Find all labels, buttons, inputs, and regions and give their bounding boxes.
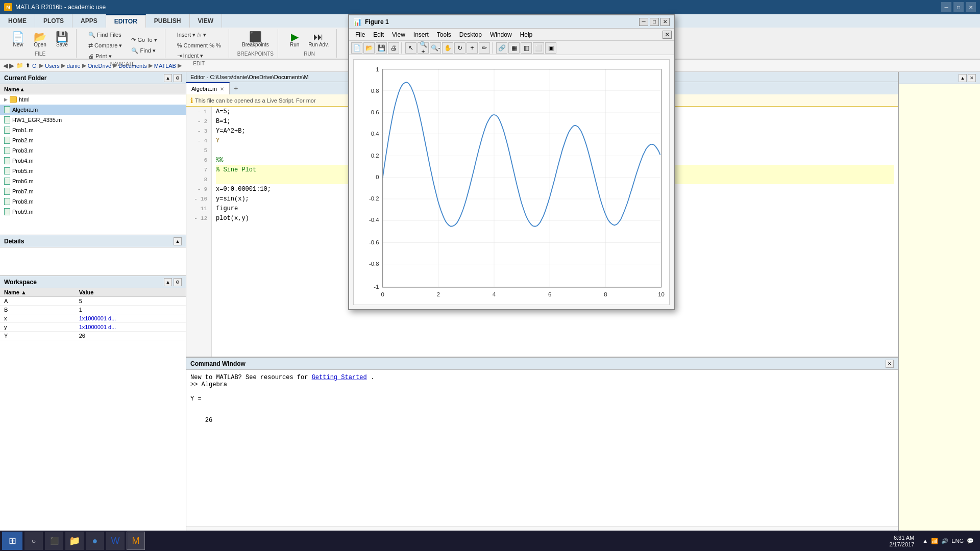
find-button[interactable]: 🔍 Find ▾: [128, 46, 160, 56]
fig-tool-rotate[interactable]: ↻: [454, 42, 465, 54]
fig-tool-print[interactable]: 🖨: [388, 42, 399, 54]
workspace-settings-btn[interactable]: ⚙: [174, 278, 182, 286]
fig-tool-tile[interactable]: ⬜: [533, 42, 544, 54]
tray-notification[interactable]: 💬: [967, 538, 974, 544]
fig-tool-datacursor[interactable]: +: [467, 42, 478, 54]
insert-button[interactable]: Insert ▾ fx ▾: [174, 30, 225, 40]
folder-item-prob1[interactable]: Prob1.m: [0, 125, 186, 135]
taskbar-chrome[interactable]: ●: [86, 532, 104, 550]
fig-menu-window[interactable]: Window: [486, 29, 516, 40]
add-tab-button[interactable]: +: [230, 82, 242, 94]
task-view-button[interactable]: ⬛: [45, 532, 63, 550]
tab-plots[interactable]: PLOTS: [35, 14, 72, 28]
folder-settings-btn[interactable]: ⚙: [174, 74, 182, 82]
editor-tab-algebra[interactable]: Algebra.m ✕: [186, 82, 230, 94]
tab-view[interactable]: VIEW: [190, 14, 223, 28]
path-documents[interactable]: Documents: [118, 63, 147, 69]
tab-apps[interactable]: APPS: [72, 14, 106, 28]
taskbar-matlab[interactable]: M: [127, 532, 145, 550]
figure-maximize[interactable]: □: [650, 18, 659, 26]
save-button[interactable]: 💾 Save: [52, 30, 72, 49]
indent-button[interactable]: ⇥ Indent ▾: [174, 51, 225, 61]
minimize-button[interactable]: ─: [941, 2, 951, 12]
comment-button[interactable]: % Comment % %: [174, 41, 225, 50]
fig-tool-grid[interactable]: ▣: [545, 42, 556, 54]
folder-item-prob7[interactable]: Prob7.m: [0, 186, 186, 196]
fig-menu-insert[interactable]: Insert: [409, 29, 433, 40]
folder-item-prob9[interactable]: Prob9.m: [0, 207, 186, 217]
right-panel-close[interactable]: ✕: [968, 74, 976, 82]
taskbar-file-explorer[interactable]: 📁: [65, 532, 84, 550]
folder-expand-btn[interactable]: ▲: [164, 74, 172, 82]
taskbar-word[interactable]: W: [106, 532, 125, 550]
fig-tool-colorbar[interactable]: ▥: [521, 42, 532, 54]
folder-item-html[interactable]: ▶ html: [0, 94, 186, 105]
fig-menu-close-btn[interactable]: ✕: [663, 31, 672, 39]
figure-minimize[interactable]: ─: [639, 18, 648, 26]
table-row[interactable]: B 1: [0, 306, 186, 314]
open-button[interactable]: 📂 Open: [30, 30, 50, 49]
fig-tool-link[interactable]: 🔗: [496, 42, 507, 54]
find-files-button[interactable]: 🔍 Find Files: [85, 30, 126, 40]
folder-item-prob2[interactable]: Prob2.m: [0, 135, 186, 145]
var-value-x[interactable]: 1x1000001 d...: [75, 314, 186, 323]
fig-tool-zoom-in[interactable]: 🔍+: [418, 42, 429, 54]
figure-close[interactable]: ✕: [660, 18, 670, 26]
folder-item-prob8[interactable]: Prob8.m: [0, 196, 186, 207]
command-content[interactable]: New to MATLAB? See resources for Getting…: [186, 370, 898, 526]
details-expand-btn[interactable]: ▲: [174, 237, 182, 245]
folder-item-algebra[interactable]: Algebra.m: [0, 105, 186, 115]
search-button[interactable]: ○: [24, 532, 43, 550]
fig-menu-tools[interactable]: Tools: [433, 29, 455, 40]
tab-home[interactable]: HOME: [0, 14, 35, 28]
table-row[interactable]: y 1x1000001 d...: [0, 323, 186, 332]
breakpoints-button[interactable]: ⬛ Breakpoints: [238, 30, 273, 49]
path-matlab[interactable]: MATLAB: [154, 63, 176, 69]
maximize-button[interactable]: □: [953, 2, 964, 12]
compare-button[interactable]: ⇄ Compare ▾: [85, 41, 126, 51]
close-button[interactable]: ✕: [966, 2, 976, 12]
tab-editor[interactable]: EDITOR: [106, 14, 146, 28]
right-panel-expand[interactable]: ▲: [959, 74, 967, 82]
tab-publish[interactable]: PUBLISH: [146, 14, 190, 28]
fig-tool-select[interactable]: ↖: [405, 42, 416, 54]
getting-started-link[interactable]: Getting Started: [312, 374, 367, 381]
fig-tool-legend[interactable]: ▦: [508, 42, 520, 54]
path-onedrive[interactable]: OneDrive: [88, 63, 111, 69]
fig-tool-pan[interactable]: ✋: [442, 42, 453, 54]
command-close-btn[interactable]: ✕: [886, 360, 894, 368]
folder-item-prob3[interactable]: Prob3.m: [0, 145, 186, 156]
path-danie[interactable]: danie: [67, 63, 81, 69]
path-users[interactable]: Users: [45, 63, 60, 69]
back-button[interactable]: ◀: [3, 62, 8, 69]
fig-menu-help[interactable]: Help: [516, 29, 537, 40]
table-row[interactable]: x 1x1000001 d...: [0, 314, 186, 323]
fig-menu-view[interactable]: View: [388, 29, 409, 40]
fig-menu-file[interactable]: File: [351, 29, 369, 40]
forward-button[interactable]: ▶: [9, 62, 14, 69]
folder-item-prob6[interactable]: Prob6.m: [0, 176, 186, 186]
tray-arrow[interactable]: ▲: [922, 538, 928, 544]
tab-close-algebra[interactable]: ✕: [220, 86, 224, 92]
fig-tool-brush[interactable]: ✏: [479, 42, 490, 54]
fig-tool-new[interactable]: 📄: [351, 42, 362, 54]
fig-tool-save[interactable]: 💾: [376, 42, 387, 54]
table-row[interactable]: A 5: [0, 297, 186, 306]
var-value-y[interactable]: 1x1000001 d...: [75, 323, 186, 332]
folder-item-prob5[interactable]: Prob5.m: [0, 166, 186, 176]
new-button[interactable]: 📄 New: [8, 30, 28, 49]
print-button[interactable]: 🖨 Print ▾: [85, 52, 126, 61]
run-adv-button[interactable]: ⏭ Run Adv.: [305, 30, 332, 49]
fig-menu-edit[interactable]: Edit: [369, 29, 388, 40]
folder-item-hw1[interactable]: HW1_EGR_4335.m: [0, 115, 186, 125]
fig-menu-desktop[interactable]: Desktop: [455, 29, 486, 40]
workspace-expand-btn[interactable]: ▲: [164, 278, 172, 286]
table-row[interactable]: Y 26: [0, 332, 186, 340]
nav-up-button[interactable]: ⬆: [26, 62, 30, 69]
start-button[interactable]: ⊞: [2, 532, 22, 550]
path-c[interactable]: C:: [32, 63, 38, 69]
goto-button[interactable]: ↷ Go To ▾: [128, 35, 160, 45]
run-button[interactable]: ▶ Run: [286, 30, 303, 49]
fig-tool-open[interactable]: 📂: [363, 42, 375, 54]
folder-item-prob4[interactable]: Prob4.m: [0, 156, 186, 166]
